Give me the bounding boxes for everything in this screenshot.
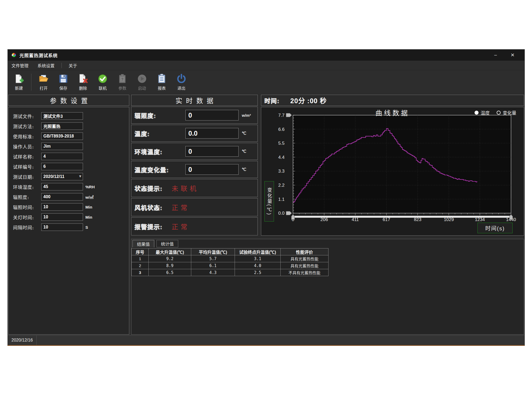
form-row: 测试日期:2020/12/11▾ — [9, 173, 129, 180]
table-cell: 8.9 — [149, 262, 191, 269]
minimize-button[interactable]: – — [492, 52, 500, 58]
irradiation-time-unit: Min — [85, 205, 92, 209]
chevron-down-icon[interactable]: ▾ — [79, 174, 81, 178]
toolbar-button-save[interactable]: 保存 — [55, 71, 72, 93]
menu-item-about[interactable]: 关于 — [69, 62, 77, 69]
delete-icon — [78, 74, 88, 84]
test-file-input[interactable]: 测试文件3 — [41, 112, 83, 120]
toolbar-button-report[interactable]: 报表 — [153, 71, 170, 93]
plot-area — [293, 115, 511, 213]
table-header-cell: 序号 — [132, 248, 149, 255]
toolbar-button-label: 保存 — [59, 85, 67, 91]
x-scrollbar[interactable] — [293, 216, 511, 218]
time-label: 时间: — [264, 96, 280, 105]
standard-input[interactable]: GB/T8939-2018 — [41, 132, 83, 140]
ambient-temperature-box: 环境温度:0℃ — [131, 143, 258, 160]
temperature-change-value: 0 — [185, 164, 239, 175]
fan-status-label: 风机状态: — [135, 203, 163, 211]
sample-name-value: 4 — [43, 154, 46, 159]
legend-label: 温度 — [481, 109, 490, 116]
sample-number-input[interactable]: 6 — [41, 163, 83, 170]
status-hint-label: 状态提示: — [135, 184, 163, 192]
time-bar: 时间: 20分 :00 秒 — [261, 95, 524, 106]
operator-input[interactable]: Jim — [41, 143, 83, 150]
form-row: 使用标准:GB/T8939-2018 — [9, 132, 129, 140]
table-row[interactable]: 19.25.73.1具有光蓄热性能 — [132, 255, 329, 262]
radio-icon — [475, 111, 479, 115]
table-cell: 9.2 — [149, 255, 191, 262]
toolbar-button-open[interactable]: 打开 — [35, 71, 52, 93]
results-panel: 结果值统计值 序号最大升温值(℃)平均升温值(℃)试验终点升温值(℃)性能评价1… — [131, 239, 524, 335]
test-date-value: 2020/12/11 — [43, 174, 64, 179]
sample-name-input[interactable]: 4 — [41, 153, 83, 160]
legend-radio-temperature[interactable]: 温度 — [475, 109, 490, 116]
table-cell: 3.1 — [235, 255, 281, 262]
toolbar-button-label: 退出 — [177, 85, 185, 91]
form-row: 环境湿度:45%RH — [9, 183, 129, 190]
tab-statistics[interactable]: 统计值 — [156, 240, 178, 247]
results-table: 序号最大升温值(℃)平均升温值(℃)试验终点升温值(℃)性能评价19.25.73… — [131, 248, 329, 276]
y-axis-lower-handle[interactable] — [286, 211, 292, 215]
table-cell: 4.0 — [235, 262, 281, 269]
app-icon — [11, 52, 17, 58]
irradiation-time-input[interactable]: 10 — [41, 203, 83, 211]
x-tick-label: 411 — [352, 217, 359, 222]
ambient-humidity-unit: %RH — [85, 185, 95, 189]
temperature-value: 0.0 — [185, 128, 239, 139]
irradiance-set-input[interactable]: 400 — [41, 193, 83, 201]
y-tick-label: 0.0 — [278, 211, 285, 216]
lights-off-time-input[interactable]: 10 — [41, 213, 83, 221]
new-file-icon — [14, 74, 24, 84]
toolbar-button-label: 报表 — [158, 85, 166, 91]
alarm-hint-label: 报警提示: — [135, 222, 163, 231]
table-cell: 2.5 — [235, 269, 281, 276]
table-cell: 6.5 — [149, 269, 191, 276]
x-scrollbar-left-handle[interactable] — [292, 214, 295, 219]
title-bar: 光照蓄热测试系统 – ✕ — [8, 49, 525, 61]
table-row[interactable]: 28.96.14.0具有光蓄热性能 — [132, 262, 329, 269]
toolbar-separator — [31, 74, 31, 91]
lights-off-time-value: 10 — [43, 215, 48, 219]
test-method-input[interactable]: 光照蓄热 — [41, 122, 83, 130]
x-scrollbar-right-handle[interactable] — [509, 214, 513, 219]
form-row: 试样编号:6 — [9, 163, 129, 170]
main-content: 参数设置 测试文件:测试文件3测试方法:光照蓄热使用标准:GB/T8939-20… — [8, 95, 525, 335]
interval-time-input[interactable]: 10 — [41, 223, 83, 231]
interval-time-label: 间隔时间: — [13, 224, 41, 231]
test-date-input[interactable]: 2020/12/11▾ — [41, 173, 83, 180]
y-tick-label: 1.1 — [278, 197, 285, 202]
legend-radio-change[interactable]: 变化量 — [497, 109, 516, 116]
menu-item-file-management[interactable]: 文件管理 — [11, 62, 28, 69]
table-header-row: 序号最大升温值(℃)平均升温值(℃)试验终点升温值(℃)性能评价 — [132, 248, 329, 255]
params-panel-header: 参数设置 — [8, 95, 129, 106]
toolbar-button-start: 启动 — [134, 71, 151, 93]
table-row[interactable]: 36.54.32.5不具有光蓄热性能 — [132, 269, 329, 276]
params-icon: ? — [117, 74, 127, 84]
toolbar-button-delete[interactable]: 删除 — [74, 71, 92, 93]
temperature-change-label: 温度变化量: — [135, 165, 169, 174]
y-tick-label: 3.3 — [278, 169, 285, 174]
toolbar-button-new[interactable]: 新建 — [10, 71, 27, 93]
test-method-label: 测试方法: — [13, 123, 41, 130]
fan-status-value: 正常 — [172, 202, 190, 212]
ambient-humidity-input[interactable]: 45 — [41, 183, 83, 190]
toolbar-button-exit[interactable]: 退出 — [173, 71, 190, 93]
temperature-unit: ℃ — [242, 131, 246, 136]
temperature-change-unit: ℃ — [242, 167, 246, 172]
toolbar-button-label: 打开 — [40, 85, 48, 91]
menu-item-system-settings[interactable]: 系统设置 — [38, 62, 55, 69]
sample-number-value: 6 — [43, 164, 46, 169]
toolbar-button-label: 删除 — [79, 85, 87, 91]
tab-results[interactable]: 结果值 — [132, 240, 154, 247]
ambient-temperature-label: 环境温度: — [135, 147, 163, 156]
table-cell: 具有光蓄热性能 — [281, 262, 329, 269]
y-tick-label: 6.6 — [278, 127, 285, 132]
x-tick-label: 617 — [383, 217, 390, 222]
test-file-label: 测试文件: — [13, 113, 41, 119]
curve-chart: 02064116178231029123414400.01.12.23.34.4… — [261, 107, 524, 235]
form-row: 间隔时间:10S — [9, 223, 129, 231]
close-button[interactable]: ✕ — [509, 52, 517, 58]
table-cell: 1 — [132, 255, 149, 262]
interval-time-value: 10 — [43, 225, 48, 230]
toolbar-button-connect[interactable]: 联机 — [94, 71, 111, 93]
